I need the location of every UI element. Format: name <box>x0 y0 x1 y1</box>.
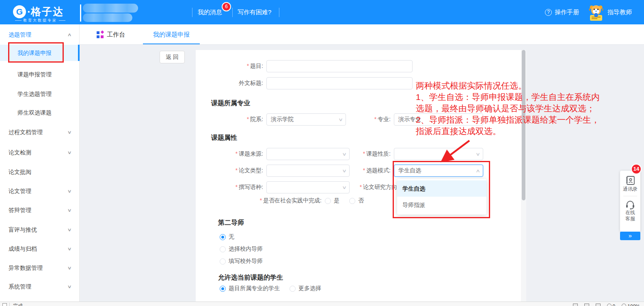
my-messages-link[interactable]: 我的消息 <box>198 0 222 24</box>
panel-scrollbar[interactable] <box>521 50 526 302</box>
printer-icon <box>596 304 601 306</box>
menu-divider <box>279 8 279 17</box>
required-mark: * <box>236 150 238 157</box>
writing-language-select[interactable]: ∨ <box>266 181 350 193</box>
required-mark: * <box>374 116 376 122</box>
page-status-icon <box>2 303 7 306</box>
mascot-icon <box>588 4 604 22</box>
radio-label-same-major: 题目所属专业的学生 <box>229 285 280 292</box>
sidebar-group-abnormal-data[interactable]: 异常数据管理 ∨ <box>0 262 79 274</box>
chevron-down-icon: ∨ <box>67 185 71 197</box>
zoom-level: 100% <box>627 304 640 306</box>
sidebar-group-label: 论文管理 <box>9 188 31 194</box>
sidebar-group-label: 选题管理 <box>9 31 31 38</box>
topic-nature-select[interactable]: ∨ <box>394 148 483 160</box>
brand-title: 格子达 <box>31 5 64 18</box>
required-mark: * <box>247 63 249 69</box>
chevron-down-icon: ∨ <box>67 224 71 236</box>
sidebar-group-label: 异常数据管理 <box>9 265 43 271</box>
question-circle-icon: ? <box>545 9 552 16</box>
online-service-label-2: 客服 <box>620 216 640 222</box>
online-service-button[interactable]: 在线 客服 <box>620 200 640 222</box>
radio-social-practice-no[interactable] <box>349 198 355 204</box>
sidebar-item-label: 课题申报管理 <box>17 71 52 78</box>
chevron-down-icon: ∨ <box>67 146 71 158</box>
sidebar-group-label: 成绩与归档 <box>9 245 37 252</box>
selection-mode-select[interactable]: 学生自选 ∧ <box>394 165 483 177</box>
scrollbar-thumb[interactable] <box>522 50 525 200</box>
foreign-title-input[interactable] <box>266 77 413 89</box>
sidebar-item-my-topic-application[interactable]: 我的课题申报 <box>0 45 80 61</box>
sidebar-item-topic-application-management[interactable]: 课题申报管理 <box>0 68 79 80</box>
alerts-count: 0 <box>613 304 616 306</box>
paper-type-select[interactable]: ∨ <box>266 165 350 177</box>
sidebar-group-system-management[interactable]: 系统管理 ∨ <box>0 280 79 293</box>
chevron-down-icon: ∨ <box>67 204 71 216</box>
section-heading-second-advisor: 第二导师 <box>218 219 521 227</box>
manual-link[interactable]: ? 操作手册 <box>545 0 579 24</box>
chevron-down-icon: ∨ <box>342 148 347 160</box>
brand-subtitle: 教育大数据专家 <box>7 18 73 23</box>
tab-workbench[interactable]: 工作台 <box>97 24 125 45</box>
browser-status-bar: 完成 0 100% <box>0 302 644 306</box>
radio-label-yes: 是 <box>334 197 339 204</box>
tab-my-topic-application[interactable]: 我的课题申报 <box>143 24 200 44</box>
radio-label-no: 否 <box>358 197 364 204</box>
sidebar-group-blind-review[interactable]: 盲评与推优 ∨ <box>0 224 79 236</box>
sidebar-group-paper-check[interactable]: 论文检测 ∨ <box>0 146 79 158</box>
radio-label-more-options: 更多选择 <box>298 285 321 292</box>
sidebar-item-paper-review[interactable]: 论文批阅 <box>0 166 79 178</box>
radio-social-practice-yes[interactable] <box>325 198 331 204</box>
required-mark: * <box>236 184 238 190</box>
major-field-label: *专业: <box>346 116 394 123</box>
speaker-icon <box>584 304 589 306</box>
sidebar-group-defense-management[interactable]: 答辩管理 ∨ <box>0 204 79 216</box>
required-mark: * <box>360 184 362 190</box>
sidebar-group-label: 答辩管理 <box>9 207 31 213</box>
chevron-down-icon: ∨ <box>338 114 343 125</box>
collapse-panel-button[interactable]: » <box>620 232 640 240</box>
sidebar-group-label: 系统管理 <box>9 283 31 290</box>
required-mark: * <box>236 167 238 174</box>
radio-second-advisor-internal[interactable] <box>220 246 226 252</box>
menu-divider <box>232 8 233 17</box>
department-select[interactable]: 演示学院 ∨ <box>266 113 346 126</box>
back-button[interactable]: 返 回 <box>160 51 185 63</box>
required-mark: * <box>247 116 249 122</box>
radio-second-advisor-none[interactable] <box>220 234 226 240</box>
brand-logo[interactable]: G · 格子达 教育大数据专家 <box>6 0 75 24</box>
role-label-item[interactable]: 指导教师 <box>607 0 632 24</box>
my-messages-label: 我的消息 <box>198 9 222 16</box>
required-mark: * <box>260 197 262 204</box>
mascot-avatar[interactable] <box>588 4 604 22</box>
sidebar-group-grades-archive[interactable]: 成绩与归档 ∨ <box>0 243 79 255</box>
department-select-value: 演示学院 <box>271 116 294 123</box>
sidebar-group-topic-management[interactable]: 选题管理 ∧ <box>0 28 79 41</box>
research-direction-field-label: *论文研究方向: <box>350 184 400 191</box>
sidebar-item-student-topic-management[interactable]: 学生选题管理 <box>0 88 79 100</box>
topic-source-field-label: *课题来源: <box>196 150 266 158</box>
radio-allowed-same-major[interactable] <box>220 286 226 292</box>
section-heading-allowed-students: 允许选当前课题的学生 <box>218 273 521 282</box>
workbench-grid-icon <box>97 31 104 38</box>
title-input[interactable] <box>266 60 413 72</box>
required-mark: * <box>363 150 365 157</box>
dropdown-option-advisor-assign[interactable]: 导师指派 <box>397 197 486 213</box>
chevron-up-icon: ∧ <box>67 28 71 41</box>
brand-logo-icon: G <box>13 5 26 18</box>
major-select-value: 演示专业 <box>398 116 421 123</box>
sidebar-group-paper-management[interactable]: 论文管理 ∨ <box>0 185 79 197</box>
chevron-down-icon: ∨ <box>475 148 480 160</box>
radio-second-advisor-external[interactable] <box>220 258 226 265</box>
dropdown-option-student-self-select[interactable]: 学生自选 <box>397 180 486 197</box>
writing-help-link[interactable]: 写作有困难? <box>238 0 271 24</box>
topic-source-select[interactable]: ∨ <box>266 148 350 160</box>
sidebar-item-mutual-selection-topics[interactable]: 师生双选课题 <box>0 106 79 119</box>
title-field-label: *题目: <box>196 63 266 70</box>
major-select[interactable]: 演示专业 ∨ <box>394 113 483 126</box>
sidebar-item-label: 学生选题管理 <box>17 91 52 97</box>
form-panel: *题目: 外文标题: 课题所属专业 *院系: 演示学院 ∨ *专业: <box>196 50 521 302</box>
chevron-down-icon: ∨ <box>67 280 71 293</box>
radio-allowed-more[interactable] <box>290 286 296 292</box>
sidebar-group-process-documents[interactable]: 过程文档管理 ∨ <box>0 126 79 138</box>
